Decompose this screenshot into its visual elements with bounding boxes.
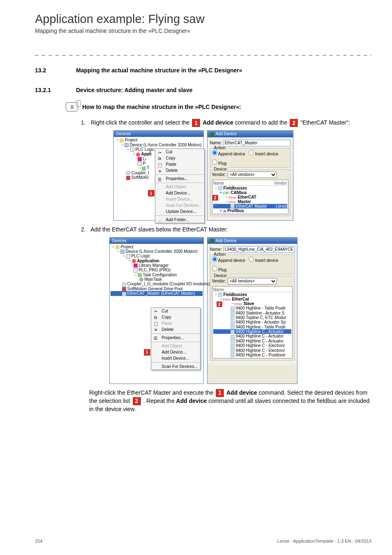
tree-marker-2: 2 [212,195,218,201]
tree2d-slave[interactable]: 2 −Ether Slave [213,301,291,306]
tree-canbus[interactable]: +can CANbus [213,190,287,195]
marker-2: 2 [290,119,298,127]
plug-label-2: Plug [218,268,226,272]
tree2-coupler[interactable]: Coupler_I_O_modules (Coupler I/O modules… [111,282,203,286]
ctx2-insert-device[interactable]: Insert Device... [151,355,200,361]
ctx2-insert-device-label: Insert Device... [162,356,189,361]
ctx-cut[interactable]: ✂Cut [155,149,204,155]
ctx-add-object: Add Object [155,184,204,190]
tree2-project[interactable]: −Project [111,245,203,249]
slave-row-3[interactable]: 9400 Highline - Actuator Sp [213,320,291,324]
slave-row-8-label: 9400 Highline C - Electroni [236,343,285,348]
tree-project[interactable]: −Project [115,138,203,142]
tree-ethercat[interactable]: 2 −Ether EtherCAT [213,195,287,199]
ctx2-copy-label: Copy [162,315,171,319]
name-input-2[interactable] [224,246,295,253]
tree-fieldbusses[interactable]: −Fieldbusses [213,186,287,190]
tree2-prg-label: PLC_PRG (PRG) [139,268,171,272]
ctx2-cut-label: Cut [162,309,168,313]
ctx2-properties[interactable]: ☰Properties... [151,335,200,341]
ctx2-add-device[interactable]: 1 Add Device... [151,349,200,355]
ctx-properties[interactable]: ☰Properties... [155,176,204,182]
ctx2-marker-1: 1 [144,349,150,356]
slave-label-2: Slave [243,301,254,306]
page-number: 154 [35,539,42,543]
slave-row-10[interactable]: 9400 Highline C - Positionir [213,353,291,357]
append-radio[interactable]: Append device [212,150,245,156]
tree-profibus[interactable]: +▦ Profibus [213,208,287,213]
plug-radio[interactable]: Plug [212,160,227,166]
slave-row-1-label: 8400 Stateline - Actuator S [236,311,285,315]
tree2-maintask[interactable]: MainTask [111,277,203,282]
ctx-paste[interactable]: 📋Paste [155,161,204,167]
fieldbusses-label-2: Fieldbusses [224,292,247,297]
tree-device[interactable]: −Device (L-force Controller 3200 Motion) [115,143,203,147]
context-menu-2: ✂Cut ⧉Copy 📋Paste ✕Delete ☰Properties...… [151,308,201,370]
ctx-update-device-label: Update Device... [166,209,196,214]
ctx-update-device[interactable]: Update Device... [155,208,204,215]
add-device-dialog-2: Add Device Name: Action: Append device I… [207,237,297,384]
vendor-select[interactable]: <All vendors> [228,171,277,178]
tree2-lib[interactable]: Library Manager [111,263,203,268]
slave-row-6-label: 9400 Highline C - Actuator [236,334,284,338]
ctx-add-folder[interactable]: ▭Add Folder... [155,217,204,223]
tree2-plclogic[interactable]: −PLC Logic [111,254,203,258]
ctx2-paste-label: Paste [162,321,173,326]
ctx-add-device[interactable]: 1 Add Device... [155,190,204,196]
dialog-title: Add Device [216,132,237,136]
section-heading: Mapping the actual machine structure in … [76,67,242,74]
slave-row-9[interactable]: 9400 Highline C - Electroni [213,348,291,353]
dialog-icon [210,132,214,136]
ctx2-scan-devices[interactable]: Scan For Devices... [151,363,200,370]
slave-row-0[interactable]: 8400 Highline - Table Positi [213,306,291,310]
ctx-delete[interactable]: ✕Delete [155,167,204,173]
tree2-maintask-label: MainTask [145,277,162,282]
add-device-dialog: Add Device Name: Action: Append device I… [207,130,293,221]
tree-li-label: Li [143,157,146,161]
ctx-add-object-label: Add Object [166,185,186,189]
slave-row-2[interactable]: 8400 Topline C, ETC Modul [213,315,291,320]
slave-row-6[interactable]: 9400 Highline C - Actuator [213,334,291,338]
append-radio-2[interactable]: Append device [212,257,245,263]
tree-master[interactable]: −Ether Master [213,199,287,204]
devices-pane-title-2: Devices [110,238,203,244]
col-name: Name [213,181,274,185]
vendor-select-2[interactable]: <All vendors> [228,278,277,284]
tree2-sm[interactable]: SoftMotion General Drive Pool [111,287,203,291]
slave-row-7[interactable]: 9400 Highline C - Actuator [213,339,291,343]
tree2d-ethercat[interactable]: −Ether EtherCat [213,297,291,301]
device-legend: Device: [213,167,229,171]
step-3: Right-click the EtherCAT Master and exec… [89,389,371,414]
ctx2-delete[interactable]: ✕Delete [151,326,200,333]
ctx2-copy[interactable]: ⧉Copy [151,314,200,320]
tree2-device[interactable]: −Device (L-force Controller 3200 Motion) [111,249,203,254]
ethercat-label-2: EtherCat [232,297,249,301]
insert-label: Insert device [255,152,279,156]
tree2d-fieldbusses[interactable]: −Fieldbusses [213,292,291,297]
name-input[interactable] [224,140,291,146]
insert-radio[interactable]: Insert device [249,150,278,156]
insert-radio-2[interactable]: Insert device [249,257,278,263]
tree-ecm-row[interactable]: EtherCAT MasterLenze [213,204,287,208]
step-3-cmd1: Add device [226,389,257,396]
slave-row-8[interactable]: 9400 Highline C - Electroni [213,343,291,348]
slave-row-1[interactable]: 8400 Stateline - Actuator S [213,311,291,315]
page-title: Application example: Flying saw [35,12,371,26]
slave-row-5[interactable]: 9400 Highline C - Actuator [213,329,291,334]
ctx-paste-label: Paste [166,162,177,166]
ctx-copy[interactable]: ⧉Copy [155,155,204,161]
ctx-add-folder-label: Add Folder... [166,217,189,222]
tree2-application[interactable]: −Application [111,259,203,263]
append-label-2: Append device [218,258,245,263]
ctx-scan-devices-label: Scan For Devices... [166,203,202,208]
vendor-label-2: Vendor: [212,279,226,283]
tree2-ecm[interactable]: EtherCAT_Master (EtherCAT Master) [111,291,203,296]
tree-project-label: Project [125,138,138,142]
slave-row-4[interactable]: 9400 Highline - Table Positi [213,325,291,329]
tree2-prg[interactable]: PLC_PRG (PRG) [111,268,203,272]
device-legend-2: Device: [213,273,229,278]
ctx2-cut[interactable]: ✂Cut [151,308,200,314]
plug-radio-2[interactable]: Plug [212,266,227,272]
tree2-taskcfg[interactable]: −Task Configuration [111,273,203,277]
tree2-ecm-label: EtherCAT_Master (EtherCAT Master) [127,291,195,296]
